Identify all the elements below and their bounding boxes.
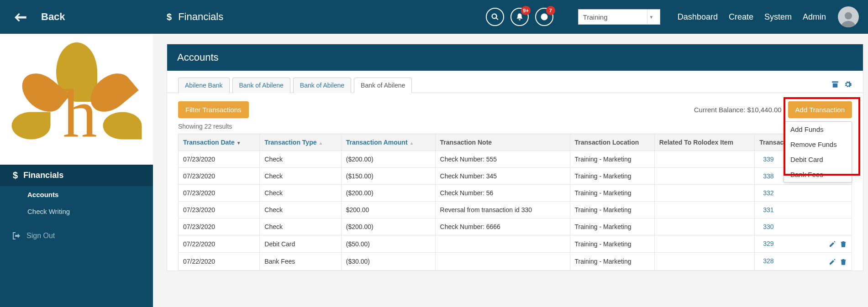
cell xyxy=(654,219,755,235)
tab-account-0[interactable]: Abilene Bank xyxy=(178,78,230,93)
archive-button[interactable] xyxy=(831,80,839,90)
cell: Training - Marketing xyxy=(570,219,654,235)
cell: Training - Marketing xyxy=(570,185,654,202)
col-header-transaction-amount[interactable]: Transaction Amount▲ xyxy=(341,134,435,151)
nav-system[interactable]: System xyxy=(759,12,797,22)
cell: Check Number: 6666 xyxy=(435,219,570,235)
sidebar-item-accounts[interactable]: Accounts xyxy=(0,186,153,203)
cell xyxy=(654,202,755,219)
cell: Bank Fees xyxy=(260,253,341,270)
user-avatar[interactable] xyxy=(838,6,859,27)
cell: ($200.00) xyxy=(341,219,435,235)
cell xyxy=(435,235,570,253)
cell: 07/23/2020 xyxy=(179,219,260,235)
notifications-button[interactable]: 9+ xyxy=(510,8,529,26)
nav-create[interactable]: Create xyxy=(723,12,759,22)
cell: Check xyxy=(260,151,341,168)
add-tx-option-add-funds[interactable]: Add Funds xyxy=(784,122,852,137)
settings-button[interactable] xyxy=(844,80,852,90)
cell: Check xyxy=(260,219,341,235)
history-badge: 7 xyxy=(546,6,555,15)
cell-txid: 332 xyxy=(755,185,852,202)
tab-account-3[interactable]: Bank of Abilene xyxy=(354,78,412,93)
cell xyxy=(435,253,570,270)
history-button[interactable]: 7 xyxy=(535,8,553,26)
balance-value: $10,440.00 xyxy=(747,106,782,114)
cell: Check xyxy=(260,202,341,219)
tab-account-1[interactable]: Bank of Abilene xyxy=(232,78,290,93)
sign-out-button[interactable]: Sign Out xyxy=(0,224,153,248)
col-header-transaction-location: Transaction Location xyxy=(570,134,654,151)
cell: ($50.00) xyxy=(341,235,435,253)
cell-txid: 331 xyxy=(755,202,852,219)
cell: ($200.00) xyxy=(341,185,435,202)
balance-label: Current Balance: xyxy=(694,106,747,114)
sidebar-item-check-writing[interactable]: Check Writing xyxy=(0,203,153,220)
edit-button[interactable] xyxy=(829,257,836,265)
cell: Training - Marketing xyxy=(570,253,654,270)
txid-value: 332 xyxy=(763,189,773,197)
delete-button[interactable] xyxy=(840,257,847,265)
sort-desc-icon: ▼ xyxy=(237,140,241,146)
cell-txid: 329 xyxy=(755,235,852,253)
edit-button[interactable] xyxy=(829,240,836,247)
txid-value: 329 xyxy=(763,240,773,247)
add-tx-option-remove-funds[interactable]: Remove Funds xyxy=(784,137,852,152)
accounts-panel: Accounts Abilene BankBank of AbileneBank… xyxy=(167,44,863,271)
table-row: 07/23/2020Check($200.00)Check Number: 56… xyxy=(179,185,852,202)
add-transaction-menu: Add FundsRemove FundsDebit CardBank Fees xyxy=(784,121,852,182)
cell-txid: 328 xyxy=(755,253,852,270)
col-header-transaction-type[interactable]: Transaction Type▲ xyxy=(260,134,341,151)
cell: Check Number: 56 xyxy=(435,185,570,202)
archive-icon xyxy=(831,80,839,88)
cell: 07/23/2020 xyxy=(179,185,260,202)
search-button[interactable] xyxy=(486,8,504,26)
environment-selected: Training xyxy=(583,13,608,21)
sidebar-section-financials[interactable]: $ Financials xyxy=(0,165,153,186)
panel-title: Accounts xyxy=(167,44,863,71)
back-button[interactable]: Back xyxy=(0,0,153,34)
txid-value: 338 xyxy=(763,172,773,180)
sort-asc-icon: ▲ xyxy=(410,140,414,146)
add-tx-option-bank-fees[interactable]: Bank Fees xyxy=(784,167,852,182)
cell: 07/22/2020 xyxy=(179,253,260,270)
clock-icon xyxy=(540,13,548,21)
sign-out-icon xyxy=(13,232,20,239)
cell: 07/22/2020 xyxy=(179,235,260,253)
topbar-title-text: Financials xyxy=(178,11,223,23)
svg-point-0 xyxy=(845,12,852,20)
cell xyxy=(654,151,755,168)
txid-value: 328 xyxy=(763,257,773,265)
cell: Check Number: 555 xyxy=(435,151,570,168)
trash-icon xyxy=(840,240,847,248)
main-content: Accounts Abilene BankBank of AbileneBank… xyxy=(153,34,868,307)
add-transaction-button[interactable]: Add Transaction xyxy=(788,101,852,118)
cell-txid: 330 xyxy=(755,219,852,235)
delete-button[interactable] xyxy=(840,240,847,247)
notifications-badge: 9+ xyxy=(521,6,531,15)
sort-asc-icon: ▲ xyxy=(318,140,323,146)
environment-select[interactable]: Training ▼ xyxy=(578,9,660,25)
cell: Reversal from transaction id 330 xyxy=(435,202,570,219)
top-bar: $ Financials 9+ 7 Training ▼ DashboardCr… xyxy=(153,0,868,34)
cell: Debit Card xyxy=(260,235,341,253)
filter-transactions-button[interactable]: Filter Transactions xyxy=(178,101,249,118)
cell xyxy=(654,168,755,185)
chevron-down-icon: ▼ xyxy=(647,10,655,24)
cell: Check xyxy=(260,168,341,185)
cell: 07/23/2020 xyxy=(179,202,260,219)
results-count: Showing 22 results xyxy=(167,121,863,134)
avatar-icon xyxy=(840,10,857,27)
txid-value: 330 xyxy=(763,223,773,230)
account-tabs: Abilene BankBank of AbileneBank of Abile… xyxy=(167,71,863,93)
tab-account-2[interactable]: Bank of Abilene xyxy=(293,78,351,93)
col-header-transaction-date[interactable]: Transaction Date▼ xyxy=(179,134,260,151)
nav-admin[interactable]: Admin xyxy=(797,12,831,22)
search-icon xyxy=(491,13,499,21)
add-tx-option-debit-card[interactable]: Debit Card xyxy=(784,152,852,167)
nav-dashboard[interactable]: Dashboard xyxy=(672,12,723,22)
table-row: 07/23/2020Check($200.00)Check Number: 66… xyxy=(179,219,852,235)
cell: Check xyxy=(260,185,341,202)
dollar-icon: $ xyxy=(167,12,172,22)
cell xyxy=(654,185,755,202)
